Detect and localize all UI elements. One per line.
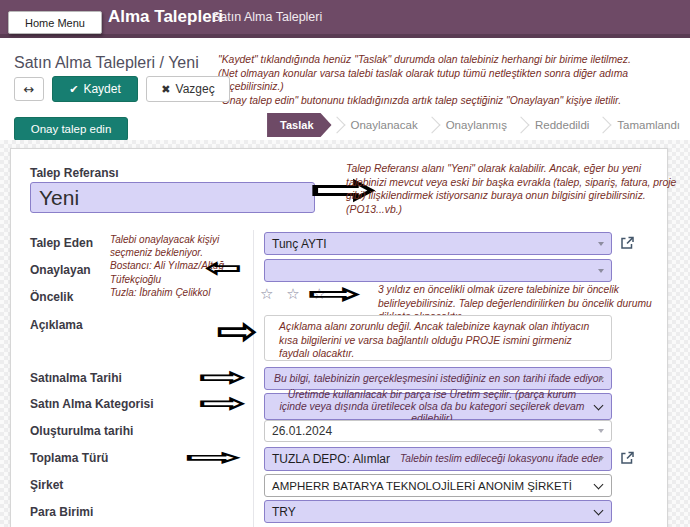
caret-down-icon — [598, 457, 604, 461]
page-title[interactable]: Satın Alma Talepleri / Yeni — [14, 54, 199, 72]
request-approval-button[interactable]: Onay talep edin — [14, 117, 128, 141]
save-button-label: Kaydet — [83, 82, 120, 96]
statusbar-step-onaylanmis[interactable]: Onaylanmış — [433, 119, 520, 131]
field-label-olusturulma: Oluşturulma tarihi — [30, 424, 133, 438]
talep-eden-dropdown[interactable]: Tunç AYTI — [264, 232, 612, 255]
app-title: Alma Talepleri — [108, 7, 223, 27]
caret-down-icon — [598, 242, 604, 246]
talep-eden-value: Tunç AYTI — [265, 237, 327, 251]
discard-button[interactable]: ✖ Vazgeç — [146, 76, 230, 102]
field-label-oncelik: Öncelik — [30, 290, 73, 304]
discard-button-label: Vazgeç — [176, 82, 215, 96]
toplama-turu-value: TUZLA DEPO: Alımlar — [265, 452, 390, 466]
annotation-arrow-left-icon: ⇦ — [204, 254, 242, 281]
check-icon: ✔ — [69, 83, 78, 96]
para-birimi-value: TRY — [265, 505, 296, 519]
field-label-aciklama: Açıklama — [30, 318, 83, 332]
annotation-arrow-right-icon: ⇨ — [184, 446, 244, 469]
statusbar-step-reddedildi[interactable]: Reddedildi — [522, 119, 602, 131]
resize-arrows-icon: ↔ — [24, 82, 35, 97]
annotation-arrow-right-icon: ⇨ — [307, 280, 363, 308]
home-menu-button[interactable]: Home Menu — [8, 11, 102, 34]
header-breadcrumb[interactable]: Satın Alma Talepleri — [212, 10, 322, 24]
caret-down-icon — [598, 429, 604, 433]
olusturulma-date-field[interactable]: 26.01.2024 — [264, 420, 612, 442]
caret-down-icon — [598, 269, 604, 273]
chevron-down-icon — [594, 505, 604, 515]
talep-referansi-input[interactable]: Yeni — [30, 182, 315, 213]
app-window: Alma Talepleri Satın Alma Talepleri Home… — [0, 0, 690, 527]
statusbar-step-onaylanacak[interactable]: Onaylanacak — [338, 119, 431, 131]
top-annotation-note: "Kaydet" tıklandığında henüz "Taslak" du… — [218, 53, 688, 108]
talep-referansi-note: Talep Referansı alanı "Yeni" olarak kala… — [346, 162, 680, 217]
statusbar: Taslak Onaylanacak Onaylanmış Reddedildi… — [267, 111, 688, 139]
para-birimi-select[interactable]: TRY — [264, 500, 612, 523]
chevron-down-icon — [594, 479, 604, 489]
kategori-select[interactable]: Üretimde kullanılacak bir parça ise Üret… — [264, 393, 612, 420]
field-label-para-birimi: Para Birimi — [30, 505, 93, 519]
field-label-toplama-turu: Toplama Türü — [30, 451, 108, 465]
olusturulma-value: 26.01.2024 — [265, 424, 332, 438]
aciklama-value: Açıklama alanı zorunlu değil. Ancak tale… — [265, 316, 611, 361]
annotation-arrow-right-icon: ⇨ — [216, 312, 259, 350]
annotation-line: (Net olmayan konular varsa talebi taslak… — [218, 67, 688, 94]
annotation-arrow-right-icon: ⇨ — [198, 390, 248, 416]
field-label-onaylayan: Onaylayan — [30, 263, 91, 277]
annotation-arrow-right-icon: ⇨ — [198, 364, 248, 390]
toplama-turu-dropdown[interactable]: TUZLA DEPO: Alımlar Talebin teslim edile… — [264, 447, 612, 471]
caret-down-icon — [598, 377, 604, 381]
cross-icon: ✖ — [161, 83, 170, 96]
field-label-kategori: Satın Alma Kategorisi — [30, 397, 154, 411]
expand-toggle-button[interactable]: ↔ — [14, 77, 44, 101]
statusbar-step-tamamlandi[interactable]: Tamamlandı — [604, 119, 688, 131]
statusbar-step-taslak[interactable]: Taslak — [267, 113, 331, 137]
field-label-satinalma-tarihi: Satınalma Tarihi — [30, 371, 122, 385]
sirket-select[interactable]: AMPHERR BATARYA TEKNOLOJİLERİ ANONİM ŞİR… — [264, 474, 612, 497]
field-label-sirket: Şirket — [30, 478, 63, 492]
field-label-talep-referansi: Talep Referansı — [30, 166, 118, 180]
external-link-icon[interactable] — [619, 235, 635, 251]
annotation-line: "Onay talep edin" butonunu tıkladığınızd… — [218, 94, 688, 108]
request-approval-label: Onay talep edin — [31, 123, 112, 135]
satinalma-tarihi-value: Bu bilgi, talebinizin gerçekleşmesini is… — [265, 373, 605, 385]
talep-referansi-value: Yeni — [31, 186, 79, 210]
annotation-line: "Kaydet" tıklandığında henüz "Taslak" du… — [218, 53, 688, 67]
field-label-talep-eden: Talep Eden — [30, 236, 93, 250]
toplama-turu-note: Talebin teslim edileceği lokasyonu ifade… — [390, 453, 602, 465]
app-header: Alma Talepleri Satın Alma Talepleri — [0, 0, 690, 38]
save-button[interactable]: ✔ Kaydet — [52, 76, 138, 102]
external-link-icon[interactable] — [619, 450, 635, 466]
description-field[interactable]: Açıklama alanı zorunlu değil. Ancak tale… — [264, 315, 612, 361]
satinalma-tarihi-field[interactable]: Bu bilgi, talebinizin gerçekleşmesini is… — [264, 367, 612, 390]
sirket-value: AMPHERR BATARYA TEKNOLOJİLERİ ANONİM ŞİR… — [265, 480, 572, 492]
